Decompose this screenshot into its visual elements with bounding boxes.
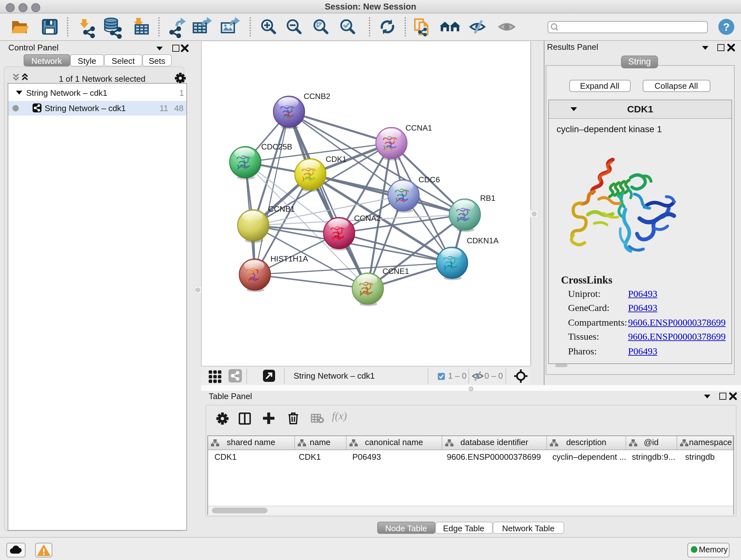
svg-text:CCNA1: CCNA1: [406, 124, 432, 132]
svg-text:CCNB1: CCNB1: [268, 205, 295, 213]
svg-text:CDC25B: CDC25B: [261, 142, 292, 151]
svg-text:CCNB2: CCNB2: [304, 92, 330, 101]
svg-text:CCNA2: CCNA2: [354, 214, 381, 223]
svg-text:CCNE1: CCNE1: [383, 267, 409, 275]
svg-text:CDC6: CDC6: [419, 175, 440, 184]
svg-text:?: ?: [723, 21, 730, 33]
svg-text:HIST1H1A: HIST1H1A: [271, 254, 308, 263]
svg-text:RB1: RB1: [480, 194, 495, 202]
svg-text:CDK1: CDK1: [326, 155, 347, 164]
svg-text:CDKN1A: CDKN1A: [467, 236, 499, 245]
